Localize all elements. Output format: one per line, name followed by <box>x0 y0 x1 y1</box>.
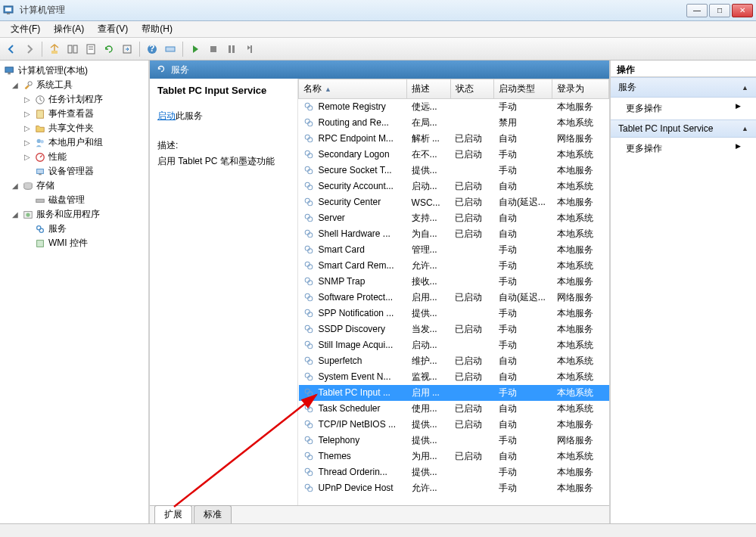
service-row[interactable]: Still Image Acqui...启动...手动本地系统 <box>299 337 609 353</box>
service-row[interactable]: Security CenterWSC...已启动自动(延迟...本地服务 <box>299 194 609 210</box>
service-row[interactable]: Smart Card管理...手动本地服务 <box>299 242 609 258</box>
export-button[interactable] <box>119 41 135 57</box>
service-name: SNMP Trap <box>319 276 366 287</box>
service-status <box>450 274 494 290</box>
service-row[interactable]: Server支持...已启动自动本地系统 <box>299 210 609 226</box>
service-row[interactable]: TCP/IP NetBIOS ...提供...已启动自动本地服务 <box>299 417 609 433</box>
expand-icon[interactable]: ▷ <box>23 153 32 161</box>
minimize-button[interactable]: — <box>686 4 708 17</box>
toolbar: ? <box>0 38 756 61</box>
tree-task-scheduler[interactable]: ▷任务计划程序 <box>2 92 147 107</box>
close-button[interactable]: ✕ <box>732 4 753 17</box>
expand-icon[interactable]: ▷ <box>23 95 32 104</box>
collapse-icon[interactable]: ◢ <box>11 81 20 89</box>
service-desc: 提供... <box>407 417 451 433</box>
svg-rect-18 <box>8 72 11 74</box>
tree-storage[interactable]: ◢存储 <box>2 178 147 193</box>
svg-point-55 <box>307 264 312 268</box>
tab-extended[interactable]: 扩展 <box>154 505 192 523</box>
menu-action[interactable]: 操作(A) <box>48 21 90 37</box>
column-header-status[interactable]: 状态 <box>450 79 494 99</box>
column-header-name[interactable]: 名称▲ <box>299 79 407 99</box>
svg-point-50 <box>305 230 310 234</box>
service-row[interactable]: Remote Registry使远...手动本地服务 <box>299 99 609 116</box>
navigation-tree[interactable]: 计算机管理(本地) ◢ 系统工具 ▷任务计划程序 ▷事件查看器 ▷共享文件夹 ▷… <box>0 61 150 523</box>
service-row[interactable]: Shell Hardware ...为自...已启动自动本地系统 <box>299 226 609 242</box>
refresh-button[interactable] <box>101 41 117 57</box>
actions-section-services[interactable]: 服务 ▲ <box>611 77 756 98</box>
tree-device-manager[interactable]: 设备管理器 <box>2 164 147 178</box>
service-row[interactable]: Tablet PC Input ...启用 ...手动本地系统 <box>299 385 609 401</box>
start-service-button[interactable] <box>187 41 204 57</box>
tab-standard[interactable]: 标准 <box>194 505 232 523</box>
help-button[interactable]: ? <box>144 41 160 57</box>
service-row[interactable]: Software Protect...启用...已启动自动(延迟...网络服务 <box>299 290 609 306</box>
service-row[interactable]: Security Account...启动...已启动自动本地系统 <box>299 178 609 194</box>
tree-local-users[interactable]: ▷本地用户和组 <box>2 135 147 150</box>
tree-services[interactable]: 服务 <box>2 222 147 236</box>
tree-system-tools[interactable]: ◢ 系统工具 <box>2 78 147 92</box>
gear-icon <box>303 181 316 193</box>
actions-section-selected[interactable]: Tablet PC Input Service ▲ <box>611 120 756 138</box>
service-name: Still Image Acqui... <box>319 340 394 350</box>
services-list[interactable]: 名称▲ 描述 状态 启动类型 登录为 Remote Registry使远...手… <box>298 79 609 505</box>
service-row[interactable]: Smart Card Rem...允许...手动本地系统 <box>299 258 609 274</box>
tree-disk-mgmt[interactable]: 磁盘管理 <box>2 193 147 207</box>
back-button[interactable] <box>3 41 20 57</box>
column-header-logon[interactable]: 登录为 <box>552 79 609 99</box>
up-button[interactable] <box>46 41 63 57</box>
svg-point-66 <box>305 357 310 362</box>
properties-button[interactable] <box>82 41 99 57</box>
service-row[interactable]: SPP Notification ...提供...手动本地服务 <box>299 306 609 321</box>
collapse-icon[interactable]: ◢ <box>11 182 20 190</box>
menu-view[interactable]: 查看(V) <box>92 21 134 37</box>
column-header-desc[interactable]: 描述 <box>407 79 451 99</box>
service-status: 已启动 <box>450 178 494 194</box>
service-row[interactable]: Themes为用...已启动自动本地系统 <box>299 449 609 464</box>
service-row[interactable]: Telephony提供...手动网络服务 <box>299 433 609 449</box>
column-header-startup[interactable]: 启动类型 <box>494 79 552 99</box>
restart-service-button[interactable] <box>241 41 258 57</box>
service-startup: 自动 <box>494 417 552 433</box>
menu-help[interactable]: 帮助(H) <box>135 21 179 37</box>
service-logon: 本地系统 <box>552 258 609 274</box>
service-row[interactable]: Secondary Logon在不...已启动手动本地系统 <box>299 147 609 163</box>
menu-file[interactable]: 文件(F) <box>5 21 46 37</box>
stop-service-button[interactable] <box>205 41 222 57</box>
service-row[interactable]: Superfetch维护...已启动自动本地系统 <box>299 353 609 369</box>
service-startup: 禁用 <box>494 115 552 131</box>
service-row[interactable]: SNMP Trap接收...手动本地服务 <box>299 274 609 290</box>
service-row[interactable]: Task Scheduler使用...已启动自动本地系统 <box>299 401 609 417</box>
tree-shared-folders[interactable]: ▷共享文件夹 <box>2 121 147 135</box>
svg-point-73 <box>307 407 312 411</box>
service-row[interactable]: System Event N...监视...已启动自动本地系统 <box>299 369 609 385</box>
svg-point-41 <box>307 153 312 157</box>
service-desc: 为用... <box>407 449 451 464</box>
actions-more-selected[interactable]: 更多操作 ▶ <box>611 138 756 160</box>
service-row[interactable]: Thread Orderin...提供...手动本地服务 <box>299 464 609 480</box>
tree-services-apps[interactable]: ◢服务和应用程序 <box>2 207 147 222</box>
tree-performance[interactable]: ▷性能 <box>2 150 147 164</box>
expand-icon[interactable]: ▷ <box>23 110 32 118</box>
service-row[interactable]: UPnP Device Host允许...手动本地服务 <box>299 480 609 496</box>
maximize-button[interactable]: □ <box>709 4 730 17</box>
expand-icon[interactable]: ▷ <box>23 138 32 147</box>
actions-more-services[interactable]: 更多操作 ▶ <box>611 98 756 120</box>
forward-button[interactable] <box>21 41 38 57</box>
service-row[interactable]: Secure Socket T...提供...手动本地服务 <box>299 163 609 178</box>
expand-icon[interactable]: ▷ <box>23 124 32 132</box>
tree-event-viewer[interactable]: ▷事件查看器 <box>2 107 147 121</box>
show-hide-button[interactable] <box>64 41 81 57</box>
service-row[interactable]: SSDP Discovery当发...已启动手动本地服务 <box>299 321 609 337</box>
service-row[interactable]: RPC Endpoint M...解析 ...已启动自动网络服务 <box>299 131 609 147</box>
svg-point-19 <box>28 81 32 85</box>
start-service-link[interactable]: 启动 <box>157 110 176 121</box>
device-icon <box>34 166 46 178</box>
tree-root[interactable]: 计算机管理(本地) <box>2 64 147 78</box>
tree-wmi[interactable]: WMI 控件 <box>2 236 147 250</box>
service-row[interactable]: Routing and Re...在局...禁用本地系统 <box>299 115 609 131</box>
connect-button[interactable] <box>162 41 179 57</box>
service-startup: 手动 <box>494 337 552 353</box>
collapse-icon[interactable]: ◢ <box>11 210 20 219</box>
pause-service-button[interactable] <box>223 41 240 57</box>
